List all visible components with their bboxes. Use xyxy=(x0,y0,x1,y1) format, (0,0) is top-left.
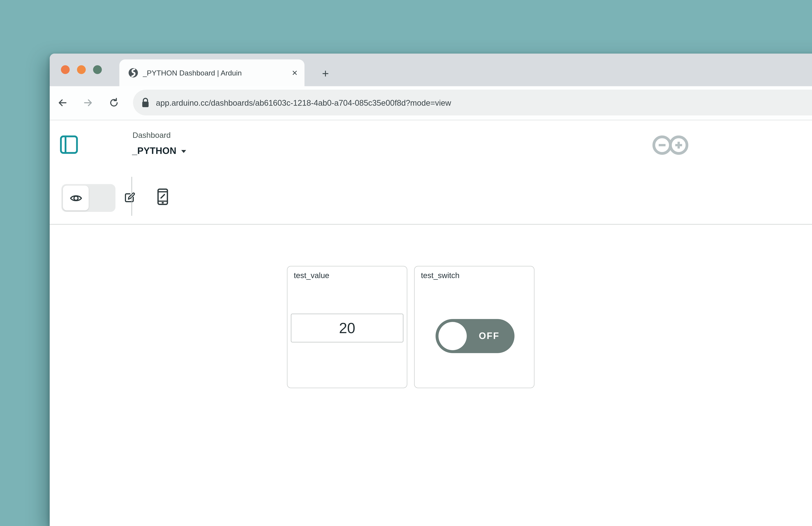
arduino-infinity-logo xyxy=(652,134,688,156)
browser-tab-active[interactable]: _PYTHON Dashboard | Arduin ✕ xyxy=(119,59,304,86)
window-zoom-button[interactable] xyxy=(93,65,102,74)
mobile-link-icon xyxy=(157,189,168,205)
dashboard-name-dropdown[interactable]: _PYTHON xyxy=(132,146,186,156)
address-bar[interactable]: app.arduino.cc/dashboards/ab61603c-1218-… xyxy=(133,90,812,115)
value-text: 20 xyxy=(339,320,355,336)
browser-tabstrip: _PYTHON Dashboard | Arduin ✕ + xyxy=(50,54,812,86)
window-close-button[interactable] xyxy=(61,65,70,74)
globe-icon xyxy=(128,68,139,78)
sidebar-toggle-icon[interactable] xyxy=(60,135,78,154)
widget-card-test-switch: test_switch OFF xyxy=(414,266,535,388)
back-icon[interactable] xyxy=(57,98,68,108)
widget-label: test_switch xyxy=(421,271,460,280)
lock-icon xyxy=(142,98,149,108)
toggle-switch[interactable]: OFF xyxy=(436,319,514,353)
chevron-down-icon xyxy=(181,150,186,153)
switch-state-label: OFF xyxy=(467,319,511,353)
switch-knob xyxy=(438,322,467,350)
toolbar-divider xyxy=(132,177,132,216)
browser-window: _PYTHON Dashboard | Arduin ✕ + xyxy=(50,54,812,526)
window-minimize-button[interactable] xyxy=(77,65,86,74)
widget-label: test_value xyxy=(294,271,329,280)
url-text: app.arduino.cc/dashboards/ab61603c-1218-… xyxy=(156,90,451,115)
dashboard-name: _PYTHON xyxy=(132,146,176,156)
new-tab-button[interactable]: + xyxy=(319,67,332,81)
tab-close-icon[interactable]: ✕ xyxy=(288,59,301,86)
value-input[interactable]: 20 xyxy=(291,313,403,342)
edit-pencil-icon xyxy=(124,192,135,204)
arduino-cloud-page: Dashboard _PYTHON xyxy=(50,120,812,526)
edit-mode-button[interactable] xyxy=(89,184,115,212)
screen: _PYTHON Dashboard | Arduin ✕ + xyxy=(0,0,812,526)
browser-toolbar: app.arduino.cc/dashboards/ab61603c-1218-… xyxy=(50,86,812,120)
reload-icon[interactable] xyxy=(108,98,119,108)
widget-card-test-value: test_value 20 xyxy=(287,266,407,388)
mobile-preview-button[interactable] xyxy=(157,189,168,205)
forward-icon[interactable] xyxy=(83,98,93,108)
content-divider xyxy=(50,224,812,225)
view-mode-button[interactable] xyxy=(63,186,89,210)
mode-segmented-control xyxy=(61,184,115,212)
eye-icon xyxy=(70,193,82,204)
breadcrumb: Dashboard xyxy=(132,131,171,140)
tab-title: _PYTHON Dashboard | Arduin xyxy=(143,59,289,86)
